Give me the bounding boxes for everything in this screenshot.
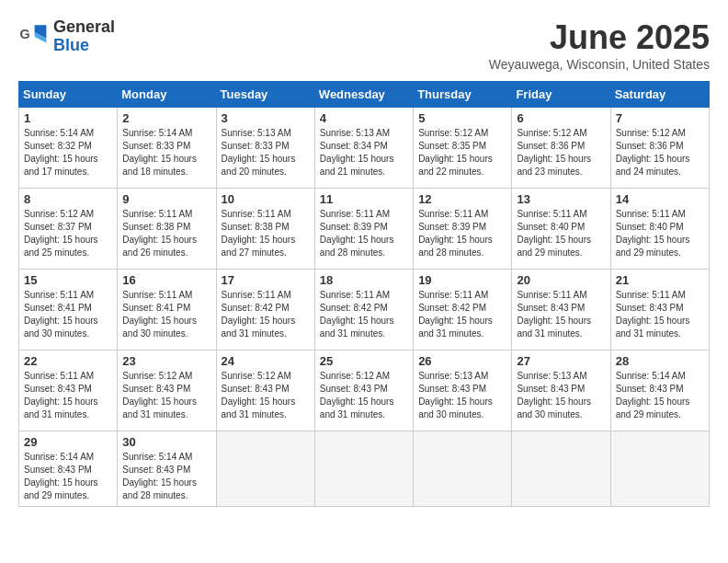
day-number: 1 <box>24 111 112 125</box>
day-number: 28 <box>616 354 704 368</box>
day-info: Sunrise: 5:12 AM Sunset: 8:36 PM Dayligh… <box>517 127 605 178</box>
day-number: 14 <box>616 192 704 206</box>
calendar-header-thursday: Thursday <box>414 82 512 108</box>
day-number: 13 <box>517 192 605 206</box>
logo-blue-text: Blue <box>53 37 115 55</box>
day-info: Sunrise: 5:11 AM Sunset: 8:43 PM Dayligh… <box>616 289 704 340</box>
day-info: Sunrise: 5:11 AM Sunset: 8:40 PM Dayligh… <box>616 208 704 259</box>
calendar-cell: 24Sunrise: 5:12 AM Sunset: 8:43 PM Dayli… <box>216 350 314 431</box>
calendar-cell: 19Sunrise: 5:11 AM Sunset: 8:42 PM Dayli… <box>414 270 512 350</box>
day-info: Sunrise: 5:12 AM Sunset: 8:43 PM Dayligh… <box>320 370 408 421</box>
day-number: 12 <box>418 192 506 206</box>
day-info: Sunrise: 5:11 AM Sunset: 8:42 PM Dayligh… <box>320 289 408 340</box>
calendar-table: SundayMondayTuesdayWednesdayThursdayFrid… <box>18 81 710 507</box>
day-number: 15 <box>24 273 112 287</box>
month-title: June 2025 <box>489 18 710 57</box>
svg-text:G: G <box>20 26 30 40</box>
calendar-cell: 9Sunrise: 5:11 AM Sunset: 8:38 PM Daylig… <box>118 189 216 270</box>
calendar-cell: 16Sunrise: 5:11 AM Sunset: 8:41 PM Dayli… <box>118 270 216 350</box>
day-number: 6 <box>517 111 605 125</box>
day-number: 8 <box>24 192 112 206</box>
calendar-header-saturday: Saturday <box>610 82 709 108</box>
logo-icon: G <box>18 22 48 52</box>
calendar-header-friday: Friday <box>512 82 610 108</box>
calendar-cell: 22Sunrise: 5:11 AM Sunset: 8:43 PM Dayli… <box>19 350 118 431</box>
day-info: Sunrise: 5:11 AM Sunset: 8:41 PM Dayligh… <box>24 289 112 340</box>
calendar-cell: 5Sunrise: 5:12 AM Sunset: 8:35 PM Daylig… <box>414 108 512 189</box>
calendar-cell: 12Sunrise: 5:11 AM Sunset: 8:39 PM Dayli… <box>414 189 512 270</box>
calendar-header-sunday: Sunday <box>19 82 118 108</box>
day-info: Sunrise: 5:14 AM Sunset: 8:43 PM Dayligh… <box>122 451 210 502</box>
day-number: 29 <box>24 435 112 449</box>
day-info: Sunrise: 5:11 AM Sunset: 8:41 PM Dayligh… <box>122 289 210 340</box>
day-info: Sunrise: 5:13 AM Sunset: 8:33 PM Dayligh… <box>222 127 310 178</box>
calendar-cell <box>610 431 709 507</box>
calendar-header-row: SundayMondayTuesdayWednesdayThursdayFrid… <box>19 82 710 108</box>
day-number: 22 <box>24 354 112 368</box>
calendar-cell: 10Sunrise: 5:11 AM Sunset: 8:38 PM Dayli… <box>216 189 314 270</box>
day-number: 27 <box>517 354 605 368</box>
calendar-cell: 21Sunrise: 5:11 AM Sunset: 8:43 PM Dayli… <box>610 270 709 350</box>
calendar-cell: 13Sunrise: 5:11 AM Sunset: 8:40 PM Dayli… <box>512 189 610 270</box>
day-info: Sunrise: 5:11 AM Sunset: 8:39 PM Dayligh… <box>418 208 506 259</box>
calendar-cell: 4Sunrise: 5:13 AM Sunset: 8:34 PM Daylig… <box>314 108 413 189</box>
day-info: Sunrise: 5:12 AM Sunset: 8:36 PM Dayligh… <box>616 127 704 178</box>
calendar-cell: 28Sunrise: 5:14 AM Sunset: 8:43 PM Dayli… <box>610 350 709 431</box>
calendar-cell: 26Sunrise: 5:13 AM Sunset: 8:43 PM Dayli… <box>414 350 512 431</box>
day-info: Sunrise: 5:12 AM Sunset: 8:43 PM Dayligh… <box>222 370 310 421</box>
logo-general-text: General <box>53 18 115 37</box>
calendar-header-monday: Monday <box>118 82 216 108</box>
calendar-cell: 15Sunrise: 5:11 AM Sunset: 8:41 PM Dayli… <box>19 270 118 350</box>
day-number: 11 <box>320 192 408 206</box>
calendar-cell <box>414 431 512 507</box>
day-info: Sunrise: 5:11 AM Sunset: 8:38 PM Dayligh… <box>122 208 210 259</box>
day-info: Sunrise: 5:12 AM Sunset: 8:35 PM Dayligh… <box>418 127 506 178</box>
day-number: 26 <box>418 354 506 368</box>
calendar-cell: 23Sunrise: 5:12 AM Sunset: 8:43 PM Dayli… <box>118 350 216 431</box>
day-number: 9 <box>122 192 210 206</box>
day-number: 20 <box>517 273 605 287</box>
page-header: G General Blue June 2025 Weyauwega, Wisc… <box>18 18 710 72</box>
day-info: Sunrise: 5:13 AM Sunset: 8:43 PM Dayligh… <box>418 370 506 421</box>
calendar-cell <box>314 431 413 507</box>
calendar-header-tuesday: Tuesday <box>216 82 314 108</box>
day-info: Sunrise: 5:11 AM Sunset: 8:42 PM Dayligh… <box>222 289 310 340</box>
location: Weyauwega, Wisconsin, United States <box>489 57 710 72</box>
calendar-cell: 6Sunrise: 5:12 AM Sunset: 8:36 PM Daylig… <box>512 108 610 189</box>
day-number: 23 <box>122 354 210 368</box>
calendar-cell: 29Sunrise: 5:14 AM Sunset: 8:43 PM Dayli… <box>19 431 118 507</box>
day-number: 16 <box>122 273 210 287</box>
calendar-cell: 25Sunrise: 5:12 AM Sunset: 8:43 PM Dayli… <box>314 350 413 431</box>
day-number: 7 <box>616 111 704 125</box>
calendar-week-row: 15Sunrise: 5:11 AM Sunset: 8:41 PM Dayli… <box>19 270 710 350</box>
title-block: June 2025 Weyauwega, Wisconsin, United S… <box>489 18 710 72</box>
logo-text: General Blue <box>53 18 115 55</box>
day-number: 18 <box>320 273 408 287</box>
calendar-cell: 1Sunrise: 5:14 AM Sunset: 8:32 PM Daylig… <box>19 108 118 189</box>
calendar-cell: 2Sunrise: 5:14 AM Sunset: 8:33 PM Daylig… <box>118 108 216 189</box>
day-info: Sunrise: 5:11 AM Sunset: 8:40 PM Dayligh… <box>517 208 605 259</box>
day-number: 3 <box>222 111 310 125</box>
day-number: 17 <box>222 273 310 287</box>
day-info: Sunrise: 5:14 AM Sunset: 8:33 PM Dayligh… <box>122 127 210 178</box>
day-info: Sunrise: 5:11 AM Sunset: 8:42 PM Dayligh… <box>418 289 506 340</box>
calendar-cell: 17Sunrise: 5:11 AM Sunset: 8:42 PM Dayli… <box>216 270 314 350</box>
calendar-cell: 20Sunrise: 5:11 AM Sunset: 8:43 PM Dayli… <box>512 270 610 350</box>
calendar-header-wednesday: Wednesday <box>314 82 413 108</box>
calendar-cell: 3Sunrise: 5:13 AM Sunset: 8:33 PM Daylig… <box>216 108 314 189</box>
day-number: 4 <box>320 111 408 125</box>
day-number: 10 <box>222 192 310 206</box>
calendar-cell: 30Sunrise: 5:14 AM Sunset: 8:43 PM Dayli… <box>118 431 216 507</box>
calendar-cell: 8Sunrise: 5:12 AM Sunset: 8:37 PM Daylig… <box>19 189 118 270</box>
day-info: Sunrise: 5:12 AM Sunset: 8:43 PM Dayligh… <box>122 370 210 421</box>
day-number: 25 <box>320 354 408 368</box>
day-info: Sunrise: 5:12 AM Sunset: 8:37 PM Dayligh… <box>24 208 112 259</box>
day-info: Sunrise: 5:11 AM Sunset: 8:39 PM Dayligh… <box>320 208 408 259</box>
day-info: Sunrise: 5:11 AM Sunset: 8:43 PM Dayligh… <box>517 289 605 340</box>
day-number: 24 <box>222 354 310 368</box>
day-number: 19 <box>418 273 506 287</box>
day-number: 21 <box>616 273 704 287</box>
day-info: Sunrise: 5:14 AM Sunset: 8:43 PM Dayligh… <box>616 370 704 421</box>
logo: G General Blue <box>18 18 115 55</box>
day-info: Sunrise: 5:13 AM Sunset: 8:43 PM Dayligh… <box>517 370 605 421</box>
